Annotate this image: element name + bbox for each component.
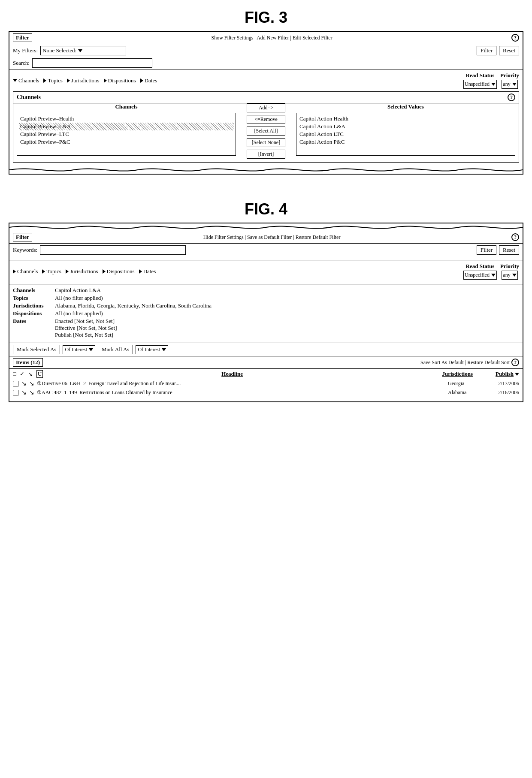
- list-item[interactable]: Capitol Action Health: [298, 115, 513, 123]
- fig4-keywords-row: Keywords: Filter Reset: [9, 244, 523, 256]
- fig4-jurisdictions-col[interactable]: Jurisdictions: [421, 371, 473, 377]
- fig3-help-icon[interactable]: ?: [511, 34, 519, 42]
- fig3-read-status-value: Unspecified: [465, 81, 490, 87]
- fig3-dispositions-nav[interactable]: Dispositions: [104, 77, 136, 84]
- fig4-row1-publish: 2/17/2006: [485, 380, 519, 387]
- fig3-selected-list[interactable]: Capitol Action Health Capitol Action L&A…: [296, 113, 515, 156]
- list-item[interactable]: Capitol Action L&A: [298, 123, 513, 130]
- fig3-channels-section: Channels ? Channels Capitol Preview–Heal…: [13, 91, 519, 163]
- fig3-search-input[interactable]: [32, 58, 152, 68]
- fig3-remove-button[interactable]: <=Remove: [247, 115, 285, 124]
- fig4-topics-expand-icon: [42, 269, 45, 274]
- fig3-filters-dropdown[interactable]: None Selected:: [40, 46, 126, 55]
- fig3-priority-value: any: [503, 81, 510, 87]
- dispositions-expand-icon: [104, 78, 107, 83]
- fig4-help-icon[interactable]: ?: [511, 233, 519, 241]
- fig4-nav-row: Channels Topics Jurisdictions Dispositio…: [9, 260, 523, 282]
- fig3-jurisdictions-nav[interactable]: Jurisdictions: [67, 77, 100, 84]
- fig4-read-status-select[interactable]: Unspecified: [463, 271, 497, 280]
- fig4-jurisdictions-nav[interactable]: Jurisdictions: [66, 268, 98, 275]
- fig4-read-status-value: Unspecified: [465, 272, 490, 278]
- fig4-mark-selected-btn[interactable]: Mark Selected As: [13, 345, 60, 354]
- fig4-header-links[interactable]: Hide Filter Settings | Save as Default F…: [36, 234, 508, 241]
- list-item[interactable]: Capitol Preview–L&A: [19, 123, 234, 130]
- fig4-interest2-value: Of Interest: [138, 347, 160, 353]
- fig3-add-button[interactable]: Add=>: [247, 103, 285, 112]
- summary-val-dispositions: All (no filter applied): [55, 310, 519, 317]
- fig3-search-row: Search:: [9, 57, 523, 69]
- fig4-keywords-input[interactable]: [40, 245, 186, 255]
- fig4-read-status-label: Read Status: [466, 263, 495, 270]
- fig4-priority-arrow: [512, 274, 517, 277]
- chevron-down-icon: [78, 49, 82, 52]
- fig3-header-links[interactable]: Show Filter Settings | Add New Filter | …: [36, 35, 508, 41]
- fig4-priority-select[interactable]: any: [502, 271, 517, 280]
- fig3-topics-nav[interactable]: Topics: [43, 77, 62, 84]
- fig3-my-filters-row: My Filters: None Selected: Filter Reset: [9, 44, 523, 57]
- summary-row-channels: Channels Capitol Action L&A: [13, 287, 519, 294]
- fig4-row1-headline[interactable]: ①Directive 06–L&H–2–Foreign Travel and R…: [37, 380, 445, 387]
- list-item[interactable]: Capitol Preview–Health: [19, 115, 234, 123]
- summary-val-jurisdictions: Alabama, Florida, Georgia, Kentucky, Nor…: [55, 302, 519, 309]
- fig3-filter-button[interactable]: Filter: [477, 46, 496, 55]
- table-row: ↘ ↘ ①Directive 06–L&H–2–Foreign Travel a…: [9, 379, 523, 388]
- fig3-priority-label: Priority: [500, 72, 519, 79]
- fig4-dispositions-expand-icon: [103, 269, 106, 274]
- fig3-channels-list[interactable]: Capitol Preview–Health Capitol Preview–L…: [17, 113, 236, 156]
- fig4-sort-links[interactable]: Save Sort As Default | Restore Default S…: [420, 359, 510, 366]
- list-item[interactable]: Capitol Preview–LTC: [19, 130, 234, 138]
- fig4-interest1-select[interactable]: Of Interest: [63, 345, 95, 354]
- summary-val-topics: All (no filter applied): [55, 295, 519, 302]
- channels-nav-label: Channels: [18, 77, 39, 84]
- fig4-dates-nav[interactable]: Dates: [139, 268, 156, 275]
- list-item[interactable]: Capitol Action P&C: [298, 138, 513, 146]
- fig3-select-none-button[interactable]: [Select None]: [247, 138, 285, 147]
- fig4-table-header: □ ✓ ↘ U Headline Jurisdictions Publish: [9, 368, 523, 379]
- dates-nav-label: Dates: [145, 77, 157, 84]
- fig3-channels-help-icon[interactable]: ?: [508, 93, 515, 101]
- summary-row-dispositions: Dispositions All (no filter applied): [13, 310, 519, 317]
- fig3-filters-value: None Selected:: [42, 47, 76, 54]
- fig4-row1-checkbox[interactable]: [13, 381, 19, 387]
- fig3-channels-nav[interactable]: Channels: [13, 77, 39, 84]
- fig3-channels-right: Selected Values Capitol Action Health Ca…: [296, 103, 515, 159]
- fig4-dispositions-nav-label: Dispositions: [107, 268, 135, 275]
- fig4-dates-expand-icon: [139, 269, 142, 274]
- list-item[interactable]: Capitol Preview–P&C: [19, 138, 234, 146]
- fig3-select-all-button[interactable]: [Select All]: [247, 127, 285, 136]
- summary-key-dates: Dates: [13, 318, 51, 338]
- fig4-row1-arrow2: ↘: [29, 380, 34, 387]
- fig4-sort-help-icon[interactable]: ?: [511, 359, 519, 366]
- fig4-row2-headline[interactable]: ①AAC 482–1–149–Restrictions on Loans Obt…: [37, 389, 445, 396]
- fig4-channels-nav[interactable]: Channels: [13, 268, 38, 275]
- fig3-channels-section-label: Channels: [17, 94, 41, 101]
- fig4-topics-nav[interactable]: Topics: [42, 268, 61, 275]
- fig3-priority-select[interactable]: any: [502, 80, 517, 89]
- fig3-read-status-select[interactable]: Unspecified: [463, 80, 497, 89]
- fig4-headline-col[interactable]: Headline: [46, 371, 418, 377]
- fig4-row1-jurisdiction: Georgia: [448, 380, 482, 387]
- fig4-publish-col[interactable]: Publish: [476, 371, 519, 377]
- fig3-priority-arrow: [512, 83, 517, 86]
- fig4-dispositions-nav[interactable]: Dispositions: [103, 268, 135, 275]
- list-item[interactable]: Capitol Action LTC: [298, 130, 513, 138]
- fig4-jurisdictions-nav-label: Jurisdictions: [70, 268, 98, 275]
- fig3-nav-row: Channels Topics Jurisdictions Dispositio…: [9, 69, 523, 91]
- summary-val-channels: Capitol Action L&A: [55, 287, 519, 294]
- fig4-interest2-select[interactable]: Of Interest: [136, 345, 168, 354]
- summary-key-topics: Topics: [13, 295, 51, 302]
- topics-nav-label: Topics: [48, 77, 62, 84]
- fig3-invert-button[interactable]: [Invert]: [247, 150, 285, 159]
- fig4-topics-nav-label: Topics: [46, 268, 61, 275]
- fig4-col-u-icon: U: [36, 370, 43, 378]
- fig4-row2-checkbox[interactable]: [13, 390, 19, 396]
- fig4-row2-arrow1: ↘: [21, 389, 27, 396]
- fig4-row2-arrow2: ↘: [29, 389, 34, 396]
- dispositions-nav-label: Dispositions: [108, 77, 136, 84]
- summary-row-dates: Dates Enacted [Not Set, Not Set] Effecti…: [13, 318, 519, 338]
- fig4-reset-button[interactable]: Reset: [499, 245, 519, 255]
- fig3-dates-nav[interactable]: Dates: [140, 77, 157, 84]
- fig4-filter-button[interactable]: Filter: [477, 245, 496, 255]
- fig3-reset-button[interactable]: Reset: [499, 46, 519, 55]
- fig4-mark-all-btn[interactable]: Mark All As: [98, 345, 133, 354]
